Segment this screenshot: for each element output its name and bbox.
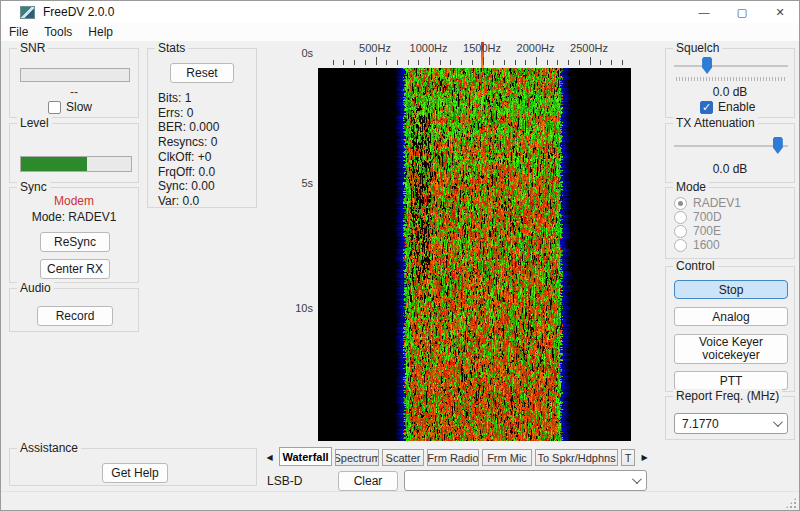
chevron-down-icon [632,474,642,484]
squelch-enable-checkbox[interactable] [700,101,713,114]
reset-button-label: Reset [186,66,217,80]
stat-row: Var: 0.0 [158,194,219,209]
freq-label: 1000Hz [410,42,448,54]
report-freq-value: 7.1770 [682,417,719,431]
squelch-value: 0.0 dB [666,85,794,99]
tab-scroll-right-icon[interactable]: ▶ [638,448,651,466]
frequency-axis-ticks [321,57,633,66]
tab-frm-mic[interactable]: Frm Mic [482,449,532,466]
stat-row: Sync: 0.00 [158,179,219,194]
menu-tools[interactable]: Tools [44,25,72,39]
stats-list: Bits: 1 Errs: 0 BER: 0.000 Resyncs: 0 Cl… [158,91,219,209]
app-window: FreeDV 2.0.0 — ▢ ✕ File Tools Help SNR -… [0,0,800,511]
radio-icon[interactable] [674,239,687,252]
squelch-slider-thumb[interactable] [702,57,712,74]
squelch-slider[interactable] [674,57,788,75]
freq-label: 2500Hz [570,42,608,54]
analog-button-label: Analog [712,310,749,324]
sync-group: Sync Modem Mode: RADEV1 ReSync Center RX [9,187,139,283]
report-freq-combobox[interactable]: 7.1770 [674,413,788,434]
slow-checkbox-label: Slow [66,100,92,114]
tab-truncated[interactable]: T [621,449,635,466]
center-rx-button-label: Center RX [47,262,103,276]
audio-group-title: Audio [17,281,54,295]
radio-icon[interactable] [674,197,687,210]
close-button[interactable]: ✕ [761,1,799,23]
sync-status: Modem [10,194,138,208]
clear-button[interactable]: Clear [338,471,398,491]
snr-group: SNR -- Slow [9,48,139,118]
stat-row: FrqOff: 0.0 [158,165,219,180]
mode-option-label: RADEV1 [693,196,741,210]
ptt-button[interactable]: PTT [674,371,788,390]
voice-keyer-button[interactable]: Voice Keyer voicekeyer [674,334,788,364]
analog-button[interactable]: Analog [674,307,788,326]
record-button-label: Record [56,309,95,323]
snr-gauge [20,68,130,82]
audio-group: Audio Record [9,288,139,332]
voice-keyer-button-sublabel: voicekeyer [702,349,759,362]
snr-value: -- [10,85,138,99]
sync-group-title: Sync [17,180,50,194]
squelch-slider-track[interactable] [674,65,788,67]
mode-option-radev1[interactable]: RADEV1 [674,196,741,210]
squelch-enable-row: Enable [700,100,755,114]
mode-option-700d[interactable]: 700D [674,210,722,224]
squelch-slider-ticks [676,77,786,81]
tab-scroll-left-icon[interactable]: ◀ [263,448,276,466]
stop-button[interactable]: Stop [674,280,788,299]
mode-option-1600[interactable]: 1600 [674,238,720,252]
clear-button-label: Clear [354,474,383,488]
tab-to-spkr-hdphns[interactable]: To Spkr/Hdphns [535,449,618,466]
menu-bar: File Tools Help [1,23,799,41]
menu-help[interactable]: Help [88,25,113,39]
waterfall-canvas[interactable] [318,68,631,441]
freq-label: 1500Hz [463,42,501,54]
radio-icon[interactable] [674,211,687,224]
control-group: Control Stop Analog Voice Keyer voicekey… [665,266,795,392]
window-title: FreeDV 2.0.0 [43,5,114,19]
tab-scatter[interactable]: Scatter [382,449,424,466]
report-freq-group: Report Freq. (MHz) 7.1770 [665,396,795,440]
tab-spectrum[interactable]: Spectrum [335,449,379,466]
time-label: 0s [285,47,313,59]
freq-label: 500Hz [359,42,391,54]
tx-attenuation-slider-track[interactable] [674,145,788,147]
stat-row: Resyncs: 0 [158,135,219,150]
tab-frm-radio[interactable]: Frm Radio [427,449,479,466]
squelch-group-title: Squelch [673,41,722,55]
tx-attenuation-slider[interactable] [674,137,788,155]
center-rx-button[interactable]: Center RX [40,259,110,279]
menu-file[interactable]: File [9,25,28,39]
chevron-down-icon [773,417,783,427]
callsign-combobox[interactable] [404,470,647,491]
tx-attenuation-group-title: TX Attenuation [673,116,758,130]
mode-option-700e[interactable]: 700E [674,224,721,238]
reset-button[interactable]: Reset [170,63,234,83]
stats-group-title: Stats [155,41,188,55]
tx-attenuation-group: TX Attenuation 0.0 dB [665,123,795,183]
assistance-group: Assistance Get Help [9,448,257,486]
squelch-enable-label: Enable [718,100,755,114]
level-gauge [20,156,132,172]
slow-checkbox[interactable] [48,101,61,114]
resync-button[interactable]: ReSync [40,232,110,252]
minimize-button[interactable]: — [685,1,723,23]
level-gauge-fill [21,157,87,171]
radio-icon[interactable] [674,225,687,238]
snr-group-title: SNR [17,41,48,55]
ptt-button-label: PTT [720,374,743,388]
sync-mode-text: Mode: RADEV1 [10,210,138,224]
resize-grip[interactable] [785,497,797,509]
tx-attenuation-value: 0.0 dB [666,162,794,176]
level-group-title: Level [17,116,52,130]
tx-attenuation-slider-thumb[interactable] [773,137,783,154]
mode-option-label: 1600 [693,238,720,252]
maximize-button[interactable]: ▢ [723,1,761,23]
tab-waterfall[interactable]: Waterfall [279,447,332,466]
get-help-button[interactable]: Get Help [102,463,168,483]
status-bar [1,491,799,511]
stat-row: BER: 0.000 [158,120,219,135]
time-label: 10s [285,302,313,314]
record-button[interactable]: Record [37,306,113,326]
